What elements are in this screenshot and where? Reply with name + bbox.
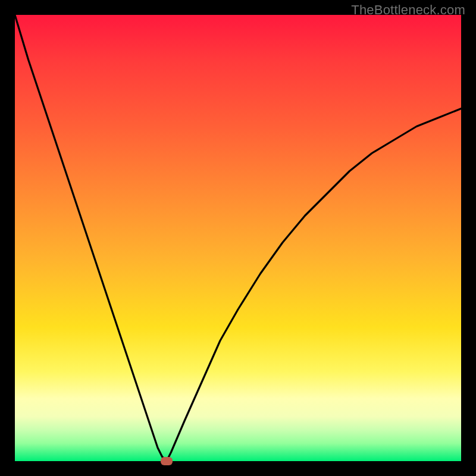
- watermark-text: TheBottleneck.com: [351, 2, 465, 18]
- chart-container: TheBottleneck.com: [0, 0, 476, 476]
- bottleneck-curve-path: [15, 15, 461, 461]
- plot-area: [15, 15, 461, 461]
- optimal-point-marker: [161, 457, 173, 465]
- bottleneck-curve-svg: [15, 15, 461, 461]
